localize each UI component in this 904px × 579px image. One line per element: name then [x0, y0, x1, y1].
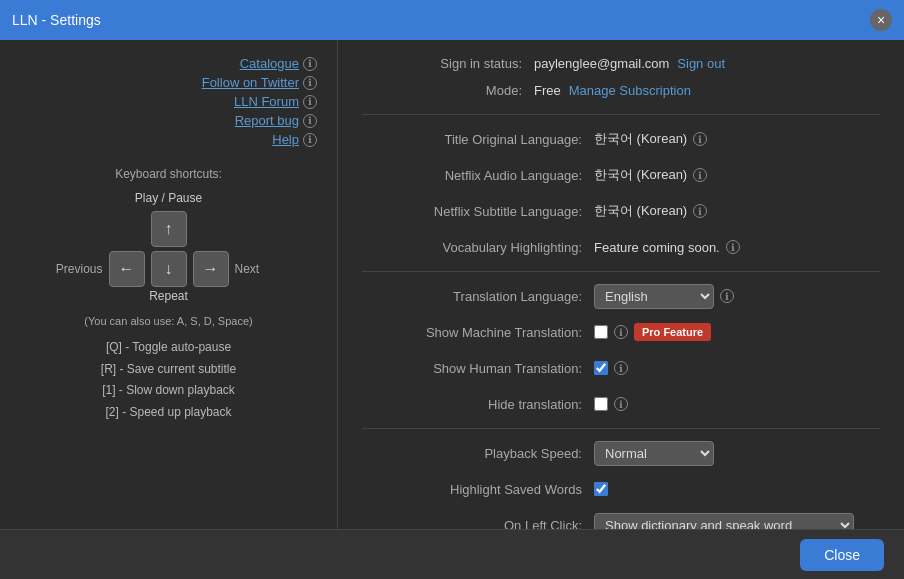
shortcut-item: [Q] - Toggle auto-pause: [20, 337, 317, 359]
bottom-bar: Close: [0, 529, 904, 579]
shortcuts-list: [Q] - Toggle auto-pause [R] - Save curre…: [20, 337, 317, 423]
manage-subscription-link[interactable]: Manage Subscription: [569, 83, 691, 98]
sign-out-button[interactable]: Sign out: [677, 56, 725, 71]
playback-speed-label: Playback Speed:: [362, 446, 582, 461]
forum-link[interactable]: LLN Forum: [234, 94, 299, 109]
shortcut-item: [R] - Save current subtitle: [20, 359, 317, 381]
sign-in-label: Sign in status:: [362, 56, 522, 71]
machine-translation-row: Show Machine Translation: ℹ Pro Feature: [362, 318, 880, 346]
machine-translation-value: ℹ Pro Feature: [594, 323, 711, 341]
machine-translation-info-icon[interactable]: ℹ: [614, 325, 628, 339]
human-translation-value: ℹ: [594, 361, 628, 375]
vocabulary-row: Vocabulary Highlighting: Feature coming …: [362, 233, 880, 261]
keyboard-section: Keyboard shortcuts: Play / Pause ↑ Previ…: [20, 167, 317, 423]
subtitle-language-label: Netflix Subtitle Language:: [362, 204, 582, 219]
help-link[interactable]: Help: [272, 132, 299, 147]
kbd-top-row: ↑: [95, 211, 243, 247]
vocabulary-info-icon[interactable]: ℹ: [726, 240, 740, 254]
title-language-label: Title Original Language:: [362, 132, 582, 147]
divider-3: [362, 428, 880, 429]
subtitle-language-row: Netflix Subtitle Language: 한국어 (Korean) …: [362, 197, 880, 225]
window-close-button[interactable]: ×: [870, 9, 892, 31]
translation-language-value: English Spanish French German Japanese C…: [594, 284, 734, 309]
hide-translation-value: ℹ: [594, 397, 628, 411]
bug-link[interactable]: Report bug: [235, 113, 299, 128]
next-label: Next: [235, 262, 285, 276]
keyboard-shortcuts-label: Keyboard shortcuts:: [20, 167, 317, 181]
machine-translation-label: Show Machine Translation:: [362, 325, 582, 340]
nav-links: Catalogue ℹ Follow on Twitter ℹ LLN Foru…: [20, 56, 317, 147]
title-language-value: 한국어 (Korean) ℹ: [594, 130, 707, 148]
close-settings-button[interactable]: Close: [800, 539, 884, 571]
vocabulary-value: Feature coming soon. ℹ: [594, 240, 740, 255]
twitter-info-icon[interactable]: ℹ: [303, 76, 317, 90]
pro-feature-badge: Pro Feature: [634, 323, 711, 341]
hide-translation-row: Hide translation: ℹ: [362, 390, 880, 418]
subtitle-language-info-icon[interactable]: ℹ: [693, 204, 707, 218]
title-bar: LLN - Settings ×: [0, 0, 904, 40]
hide-translation-checkbox[interactable]: [594, 397, 608, 411]
translation-language-row: Translation Language: English Spanish Fr…: [362, 282, 880, 310]
hide-translation-label: Hide translation:: [362, 397, 582, 412]
catalogue-info-icon[interactable]: ℹ: [303, 57, 317, 71]
mode-label: Mode:: [362, 83, 522, 98]
help-info-icon[interactable]: ℹ: [303, 133, 317, 147]
translation-language-info-icon[interactable]: ℹ: [720, 289, 734, 303]
play-pause-label: Play / Pause: [20, 191, 317, 205]
title-language-text: 한국어 (Korean): [594, 130, 687, 148]
kbd-left-button[interactable]: ←: [109, 251, 145, 287]
highlight-saved-words-value: [594, 482, 608, 496]
twitter-link[interactable]: Follow on Twitter: [202, 75, 299, 90]
human-translation-checkbox[interactable]: [594, 361, 608, 375]
audio-language-text: 한국어 (Korean): [594, 166, 687, 184]
audio-language-value: 한국어 (Korean) ℹ: [594, 166, 707, 184]
vocabulary-text: Feature coming soon.: [594, 240, 720, 255]
kbd-middle-row: Previous ← ↓ → Next: [53, 251, 285, 287]
catalogue-link[interactable]: Catalogue: [240, 56, 299, 71]
forum-info-icon[interactable]: ℹ: [303, 95, 317, 109]
divider-2: [362, 271, 880, 272]
human-translation-row: Show Human Translation: ℹ: [362, 354, 880, 382]
hide-translation-info-icon[interactable]: ℹ: [614, 397, 628, 411]
subtitle-language-value: 한국어 (Korean) ℹ: [594, 202, 707, 220]
playback-speed-row: Playback Speed: Slow Normal Fast: [362, 439, 880, 467]
human-translation-label: Show Human Translation:: [362, 361, 582, 376]
highlight-saved-words-row: Highlight Saved Words: [362, 475, 880, 503]
email-value: paylenglee@gmail.com: [534, 56, 669, 71]
shortcut-item: [1] - Slow down playback: [20, 380, 317, 402]
repeat-label: Repeat: [20, 289, 317, 303]
audio-language-label: Netflix Audio Language:: [362, 168, 582, 183]
audio-language-row: Netflix Audio Language: 한국어 (Korean) ℹ: [362, 161, 880, 189]
title-language-info-icon[interactable]: ℹ: [693, 132, 707, 146]
kbd-up-button[interactable]: ↑: [151, 211, 187, 247]
sign-in-row: Sign in status: paylenglee@gmail.com Sig…: [362, 56, 880, 77]
bug-info-icon[interactable]: ℹ: [303, 114, 317, 128]
audio-language-info-icon[interactable]: ℹ: [693, 168, 707, 182]
highlight-saved-words-checkbox[interactable]: [594, 482, 608, 496]
right-panel: Sign in status: paylenglee@gmail.com Sig…: [338, 40, 904, 579]
translation-language-label: Translation Language:: [362, 289, 582, 304]
playback-speed-select[interactable]: Slow Normal Fast: [594, 441, 714, 466]
vocabulary-label: Vocabulary Highlighting:: [362, 240, 582, 255]
main-layout: Catalogue ℹ Follow on Twitter ℹ LLN Foru…: [0, 40, 904, 579]
left-panel: Catalogue ℹ Follow on Twitter ℹ LLN Foru…: [0, 40, 338, 579]
playback-speed-value: Slow Normal Fast: [594, 441, 714, 466]
translation-language-select[interactable]: English Spanish French German Japanese C…: [594, 284, 714, 309]
mode-row: Mode: Free Manage Subscription: [362, 83, 880, 104]
kbd-right-button[interactable]: →: [193, 251, 229, 287]
keyboard-grid: ↑ Previous ← ↓ → Next: [20, 211, 317, 287]
previous-label: Previous: [53, 262, 103, 276]
highlight-saved-words-label: Highlight Saved Words: [362, 482, 582, 497]
title-language-row: Title Original Language: 한국어 (Korean) ℹ: [362, 125, 880, 153]
also-use-label: (You can also use: A, S, D, Space): [20, 315, 317, 327]
shortcut-item: [2] - Speed up playback: [20, 402, 317, 424]
human-translation-info-icon[interactable]: ℹ: [614, 361, 628, 375]
window-title: LLN - Settings: [12, 12, 101, 28]
mode-value: Free: [534, 83, 561, 98]
divider-1: [362, 114, 880, 115]
subtitle-language-text: 한국어 (Korean): [594, 202, 687, 220]
kbd-down-button[interactable]: ↓: [151, 251, 187, 287]
machine-translation-checkbox[interactable]: [594, 325, 608, 339]
